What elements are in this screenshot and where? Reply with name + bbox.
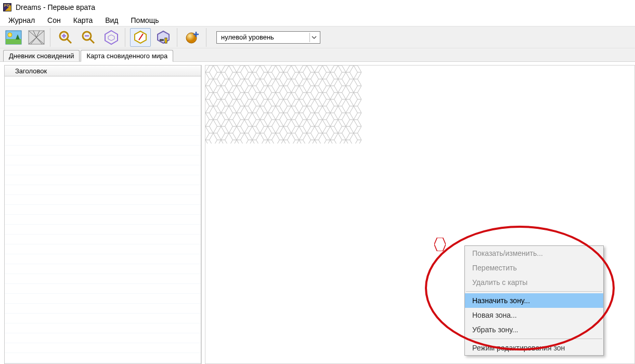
tab-dream-diary[interactable]: Дневник сновидений: [3, 50, 80, 61]
shard-button[interactable]: [26, 28, 47, 47]
cm-assign-zone[interactable]: Назначить зону...: [465, 293, 603, 308]
app-icon: [3, 3, 11, 11]
window-title: Dreams - Первые врата: [16, 3, 95, 11]
level-select-value: нулевой уровень: [221, 33, 274, 41]
svg-rect-2: [6, 39, 21, 44]
menu-map[interactable]: Карта: [68, 15, 98, 25]
toolbar-sep: [177, 28, 179, 47]
list-body[interactable]: [4, 76, 201, 364]
cm-remove-zone[interactable]: Убрать зону...: [465, 322, 603, 337]
menubar: Журнал Сон Карта Вид Помощь: [0, 15, 635, 26]
toolbar: нулевой уровень: [0, 26, 635, 48]
cm-zone-edit-mode[interactable]: Режим редактирования зон: [465, 341, 603, 355]
svg-rect-16: [165, 38, 167, 43]
hex-edit-button[interactable]: [130, 28, 151, 47]
cm-show-edit[interactable]: Показать/изменить...: [465, 246, 603, 261]
cm-move[interactable]: Переместить: [465, 261, 603, 275]
svg-rect-23: [205, 66, 361, 144]
svg-line-5: [67, 39, 71, 43]
titlebar: Dreams - Первые врата: [0, 0, 635, 15]
svg-marker-12: [108, 35, 114, 41]
svg-point-1: [8, 33, 12, 37]
menu-help[interactable]: Помощь: [126, 15, 164, 25]
context-menu: Показать/изменить... Переместить Удалить…: [464, 245, 604, 356]
hex-tools-button[interactable]: [153, 28, 174, 47]
chevron-down-icon: [309, 33, 318, 42]
hex-grid: [205, 66, 361, 144]
zoom-in-button[interactable]: [55, 28, 76, 47]
svg-rect-17: [160, 39, 164, 41]
cm-separator: [466, 291, 602, 292]
cm-separator: [466, 339, 602, 339]
menu-journal[interactable]: Журнал: [3, 15, 40, 25]
zoom-out-button[interactable]: [78, 28, 99, 47]
toolbar-sep: [206, 28, 208, 47]
svg-marker-15: [158, 31, 169, 43]
side-panel: Заголовок: [4, 65, 202, 364]
cm-delete-from-map[interactable]: Удалить с карты: [465, 275, 603, 290]
landscape-button[interactable]: [3, 28, 24, 47]
tab-dream-map[interactable]: Карта сновиденного мира: [81, 50, 173, 62]
cm-new-zone[interactable]: Новая зона...: [465, 308, 603, 322]
list-header[interactable]: Заголовок: [4, 65, 201, 76]
tabs: Дневник сновидений Карта сновиденного ми…: [0, 48, 635, 62]
menu-sleep[interactable]: Сон: [42, 15, 66, 25]
svg-line-9: [90, 39, 94, 43]
svg-marker-11: [105, 31, 118, 44]
toolbar-sep: [125, 28, 127, 47]
hex-purple-button[interactable]: [101, 28, 122, 47]
level-select[interactable]: нулевой уровень: [216, 31, 320, 44]
menu-view[interactable]: Вид: [100, 15, 123, 25]
toolbar-sep: [50, 28, 52, 47]
sphere-add-button[interactable]: [182, 28, 203, 47]
